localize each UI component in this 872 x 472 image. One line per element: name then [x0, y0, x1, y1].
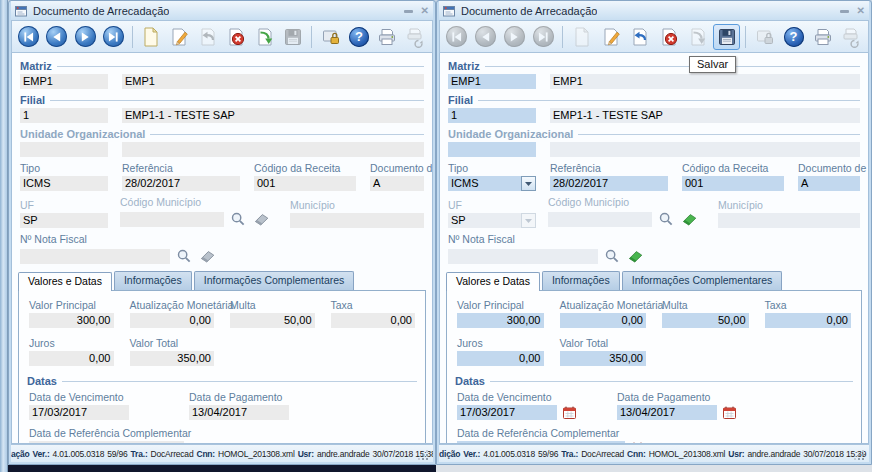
tipo-label: Tipo: [448, 162, 536, 174]
unidade-code-field: [20, 142, 108, 157]
previous-record-button[interactable]: [43, 24, 69, 50]
print-button[interactable]: [374, 24, 400, 50]
codigo-receita-label: Código da Receita: [682, 162, 784, 174]
calendar-icon[interactable]: [562, 405, 577, 420]
status-tra-value: DocArrecad: [151, 449, 194, 459]
dropdown-arrow-icon[interactable]: [521, 176, 536, 191]
nota-fiscal-field: [20, 249, 170, 264]
group-datas-label: Datas: [455, 375, 485, 387]
uf-label: UF: [448, 199, 536, 211]
toolbar-separator: [745, 26, 746, 48]
confirm-button[interactable]: [251, 24, 277, 50]
confirm-icon: [254, 26, 276, 48]
print-button[interactable]: [809, 24, 836, 50]
data-pagamento-field[interactable]: 13/04/2017: [617, 405, 717, 420]
multa-field[interactable]: 50,00: [662, 313, 749, 328]
data-vencimento-field[interactable]: 17/03/2017: [457, 405, 557, 420]
group-datas: Datas: [455, 375, 853, 387]
status-bar: dição Ver.:4.01.005.0318 59/96 Tra.:DocA…: [439, 444, 869, 462]
minimize-icon[interactable]: [404, 10, 413, 13]
tab-informacoes[interactable]: Informações: [542, 271, 620, 290]
previous-record-button: [472, 24, 499, 50]
matriz-name-field: EMP1: [550, 74, 860, 89]
municipio-field: [718, 213, 860, 228]
window-controls: ✕: [840, 6, 865, 16]
data-pagamento-label: Data de Pagamento: [617, 391, 777, 403]
tab-valores-e-datas[interactable]: Valores e Datas: [18, 272, 112, 291]
referencia-label: Referência: [122, 162, 240, 174]
municipio-field: [290, 213, 424, 228]
tab-valores-e-datas[interactable]: Valores e Datas: [446, 272, 540, 291]
status-tra-label: Tra.:: [131, 449, 148, 459]
resize-grip[interactable]: [426, 458, 428, 460]
tab-informacoes[interactable]: Informações: [114, 271, 192, 290]
valor-principal-field[interactable]: 300,00: [457, 313, 544, 328]
title-bar: Documento de Arrecadação ✕: [439, 1, 869, 20]
new-document-icon: [140, 26, 162, 48]
status-ver-label: Ver.:: [33, 449, 50, 459]
protect-button[interactable]: [317, 24, 343, 50]
group-matriz-label: Matriz: [20, 60, 52, 72]
filial-code-field: 1: [20, 108, 108, 123]
undo-button[interactable]: [626, 24, 653, 50]
unidade-row: [20, 142, 424, 157]
doc-origem-field[interactable]: A: [798, 176, 860, 191]
toolbar: ?: [439, 20, 869, 53]
codigo-receita-field[interactable]: 001: [682, 176, 784, 191]
edit-button[interactable]: [166, 24, 192, 50]
save-button[interactable]: [713, 24, 740, 50]
search-icon: [229, 210, 247, 228]
status-datetime: 30/07/2018 15:39: [803, 449, 866, 459]
confirm-button: [684, 24, 711, 50]
minimize-icon[interactable]: [840, 10, 849, 13]
calendar-icon[interactable]: [722, 405, 737, 420]
taxa-label: Taxa: [331, 299, 416, 311]
background-window-edge: [0, 0, 8, 472]
tipo-label: Tipo: [20, 162, 108, 174]
status-record-count: 59/96: [107, 449, 127, 459]
tab-informacoes-complementares[interactable]: Informações Complementares: [194, 271, 355, 290]
data-ref-complementar-cell: Data de Referência Complementar: [29, 427, 249, 444]
referencia-field[interactable]: 28/02/2017: [550, 176, 668, 191]
app-icon: [443, 5, 456, 18]
taxa-field: 0,00: [331, 313, 416, 328]
matriz-code-field[interactable]: EMP1: [448, 74, 536, 89]
unidade-code-field[interactable]: [448, 142, 536, 157]
resize-grip[interactable]: [862, 458, 864, 460]
tipo-row: Tipo ICMS Referência 28/02/2017 Código d…: [20, 162, 424, 191]
cancel-button[interactable]: [655, 24, 682, 50]
status-tra-label: Tra.:: [561, 449, 578, 459]
next-record-button[interactable]: [72, 24, 98, 50]
new-document-button[interactable]: [138, 24, 164, 50]
taxa-field[interactable]: 0,00: [765, 313, 852, 328]
data-vencimento-label: Data de Vencimento: [29, 391, 179, 403]
edit-button[interactable]: [597, 24, 624, 50]
valor-total-field[interactable]: 350,00: [560, 351, 647, 366]
save-icon: [716, 26, 738, 48]
last-record-button[interactable]: [100, 24, 126, 50]
group-filial-label: Filial: [448, 94, 473, 106]
screenshot-stage: Documento de Arrecadação ✕ ? M: [0, 0, 872, 472]
save-icon: [282, 26, 304, 48]
atualizacao-monetaria-field[interactable]: 0,00: [560, 313, 647, 328]
close-icon[interactable]: ✕: [421, 6, 429, 16]
group-matriz: Matriz: [448, 60, 860, 72]
tab-informacoes-complementares[interactable]: Informações Complementares: [622, 271, 783, 290]
data-ref-complementar-cell: Data de Referência Complementar 01/05/20…: [457, 427, 697, 444]
juros-label: Juros: [457, 337, 544, 349]
help-button[interactable]: ?: [780, 24, 807, 50]
clear-eraser-icon[interactable]: [680, 210, 699, 228]
help-button[interactable]: ?: [346, 24, 372, 50]
juros-field[interactable]: 0,00: [457, 351, 544, 366]
first-record-button: [443, 24, 470, 50]
search-icon[interactable]: [657, 210, 675, 228]
cancel-button[interactable]: [223, 24, 249, 50]
bottom-strip-dark: [8, 465, 436, 472]
first-record-button[interactable]: [15, 24, 41, 50]
close-icon[interactable]: ✕: [857, 6, 865, 16]
tipo-field[interactable]: ICMS: [448, 176, 521, 191]
atualizacao-monetaria-label: Atualização Monetária: [560, 299, 647, 311]
filial-code-field[interactable]: 1: [448, 108, 536, 123]
tipo-combobox[interactable]: ICMS: [448, 176, 536, 191]
new-document-button: [568, 24, 595, 50]
